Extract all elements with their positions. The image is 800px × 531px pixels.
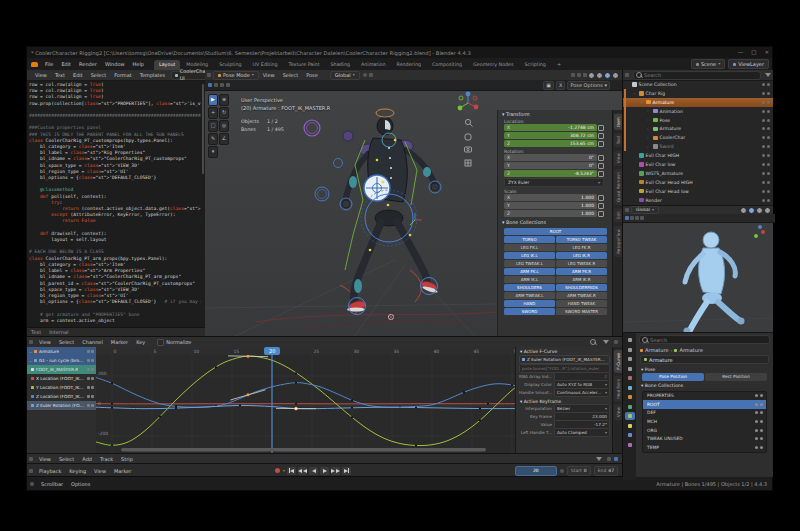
- outliner-row-coolerchar[interactable]: ›CoolerChar: [623, 133, 773, 142]
- properties-tab-9[interactable]: [625, 422, 635, 430]
- shading-material-icon[interactable]: [604, 72, 611, 79]
- snap-magnet-icon[interactable]: [363, 73, 367, 77]
- filter-icon[interactable]: [596, 457, 602, 461]
- bone-collection-row-mch[interactable]: MCH: [643, 417, 766, 426]
- outliner-row-render[interactable]: Render: [623, 196, 773, 205]
- rest-position-button[interactable]: Rest Position: [705, 373, 767, 381]
- bone-collection-button-leg-fk-l[interactable]: LEG FK.L: [504, 244, 555, 251]
- bone-collection-row-root[interactable]: ROOT: [643, 400, 766, 409]
- properties-tab-1[interactable]: [625, 346, 635, 354]
- fcurve-z-location-foot-ik-master-r-[interactable]: [96, 378, 515, 408]
- lock-icon[interactable]: [598, 133, 604, 139]
- orientation-selector[interactable]: Global▾: [631, 206, 659, 214]
- play-reverse-button[interactable]: [309, 467, 318, 475]
- mirror-toggle-button[interactable]: ▣: [543, 81, 554, 90]
- transform-field-x[interactable]: X1.000: [504, 194, 597, 201]
- keyframe[interactable]: [111, 444, 113, 446]
- keyframe[interactable]: [111, 407, 113, 409]
- bone-collection-button-arm-fk-l[interactable]: ARM FK.L: [504, 268, 555, 275]
- prev-keyframe-button[interactable]: [298, 467, 307, 475]
- lock-icon[interactable]: [598, 155, 604, 161]
- bone-collection-button-leg-tweak-l[interactable]: LEG TWEAK.L: [504, 260, 555, 267]
- tool-icon[interactable]: [640, 216, 644, 220]
- shading-solid-icon[interactable]: [596, 72, 603, 79]
- jump-to-end-button[interactable]: [342, 467, 351, 475]
- bone-collection-button-arm-fk-r[interactable]: ARM FK.R: [556, 268, 607, 275]
- properties-tab-10[interactable]: [625, 431, 635, 439]
- keyframe[interactable]: [159, 415, 161, 417]
- viewport-tool-7[interactable]: ∠: [219, 133, 229, 145]
- bone-collection-row-temp[interactable]: TEMP: [643, 443, 766, 452]
- viewport-canvas[interactable]: User Perspective (20) Armature : FOOT_IK…: [205, 90, 622, 336]
- xray-toggle-icon[interactable]: [583, 73, 587, 77]
- keyframe[interactable]: [415, 444, 417, 446]
- bone-collection-button-arm-ik-r[interactable]: ARM IK.R: [556, 276, 607, 283]
- keyframe[interactable]: [175, 407, 177, 409]
- keyframe[interactable]: [479, 407, 481, 409]
- minimize-button[interactable]: —: [738, 47, 744, 58]
- status-hint-options[interactable]: Options: [67, 478, 94, 490]
- view-nav-icons[interactable]: [465, 119, 473, 166]
- keyframe[interactable]: [479, 419, 481, 421]
- filter-icon[interactable]: [603, 340, 609, 344]
- fcurve-y-location-foot-ik-master-r-[interactable]: [96, 356, 515, 445]
- channel-row-foot-ik-master-r[interactable]: FOOT_IK_MASTER.R: [27, 365, 96, 374]
- transform-panel-header[interactable]: ▾ Transform: [498, 110, 613, 118]
- workspace-tab-compositing[interactable]: Compositing: [427, 60, 467, 70]
- sidebar-tab-quad-remesh[interactable]: Quad Remesh: [614, 169, 623, 205]
- jump-to-start-button[interactable]: [287, 467, 296, 475]
- properties-search-input[interactable]: Search: [639, 335, 770, 344]
- viewport-3d-secondary[interactable]: Global▾: [622, 205, 773, 333]
- keyframe[interactable]: [463, 391, 465, 393]
- transform-field-y[interactable]: Y1.000: [504, 202, 597, 209]
- pose-panel-header[interactable]: ▾ Pose: [636, 365, 773, 373]
- viewport-tool-2[interactable]: +: [208, 107, 218, 119]
- text-editor-menu-text[interactable]: Text: [51, 69, 69, 81]
- keyframe[interactable]: [111, 403, 113, 405]
- x-axis-mirror-button[interactable]: X: [556, 81, 565, 90]
- channel-row-y-location-foot-ik-master-r-[interactable]: Y Location (FOOT_IK_MASTER.R): [27, 383, 96, 392]
- graph-horizontal-scrollbar[interactable]: [121, 448, 486, 452]
- window-buttons[interactable]: — □ ×: [738, 47, 769, 58]
- blender-logo-icon[interactable]: [31, 62, 38, 67]
- workspace-tab-texture-paint[interactable]: Texture Paint: [284, 60, 325, 70]
- frame-start-field[interactable]: Start0: [567, 466, 591, 476]
- workspace-tab-sculpting[interactable]: Sculpting: [214, 60, 246, 70]
- text-editor-menu-templates[interactable]: Templates: [136, 69, 169, 81]
- transform-field-y[interactable]: Y0°: [504, 162, 597, 169]
- tool-icon[interactable]: [635, 216, 639, 220]
- keyframe[interactable]: [247, 393, 250, 396]
- scene-selector[interactable]: Scene▾: [691, 59, 725, 69]
- editor-type-icon[interactable]: [625, 208, 629, 212]
- handle-smoothing-dropdown[interactable]: Continuous Acceler...▾: [554, 388, 610, 397]
- workspace-tab-rendering[interactable]: Rendering: [392, 60, 427, 70]
- pose-position-button[interactable]: Pose Position: [642, 373, 704, 381]
- editor-type-icon[interactable]: [29, 340, 33, 344]
- tool-option-icon[interactable]: [226, 83, 230, 87]
- transform-field-z[interactable]: Z153.65 cm: [504, 140, 597, 147]
- sidebar-tab-tool[interactable]: Tool: [614, 133, 623, 147]
- rotation-mode-dropdown[interactable]: ZYX Euler▾: [504, 178, 604, 187]
- tool-option-icon[interactable]: [214, 83, 218, 87]
- tool-icon[interactable]: [625, 216, 629, 220]
- lock-icon[interactable]: [598, 211, 604, 217]
- tool-option-icon[interactable]: [220, 83, 224, 87]
- properties-tab-0[interactable]: [625, 336, 635, 344]
- status-hint-scrollbar[interactable]: Scrollbar: [37, 478, 67, 490]
- timeline-menu-marker[interactable]: Marker: [110, 465, 135, 477]
- active-fcurve-panel[interactable]: ▾ Active F-Curve: [516, 347, 613, 355]
- lock-icon[interactable]: [598, 171, 604, 177]
- viewport-tool-1[interactable]: ⊕: [219, 94, 229, 106]
- channel-row-z-euler-rotation-foot-ik-master-r-[interactable]: Z Euler Rotation (FOOT_IK_MASTER.R): [27, 401, 96, 410]
- outliner-row-pose[interactable]: ›Pose: [623, 116, 773, 125]
- properties-tab-11[interactable]: [625, 441, 635, 449]
- next-keyframe-button[interactable]: [331, 467, 340, 475]
- bone-collection-button-leg-tweak-r[interactable]: LEG TWEAK.R: [556, 260, 607, 267]
- bone-collection-button-shoulderpads[interactable]: SHOULDERPADS: [556, 284, 607, 291]
- properties-tab-3[interactable]: [625, 365, 635, 373]
- bone-collection-button-torso[interactable]: TORSO: [504, 236, 555, 243]
- properties-tab-4[interactable]: [625, 374, 635, 382]
- cursor-3d[interactable]: [388, 314, 393, 319]
- shading-material-icon[interactable]: [756, 207, 763, 214]
- frame-end-field[interactable]: End47: [594, 466, 618, 476]
